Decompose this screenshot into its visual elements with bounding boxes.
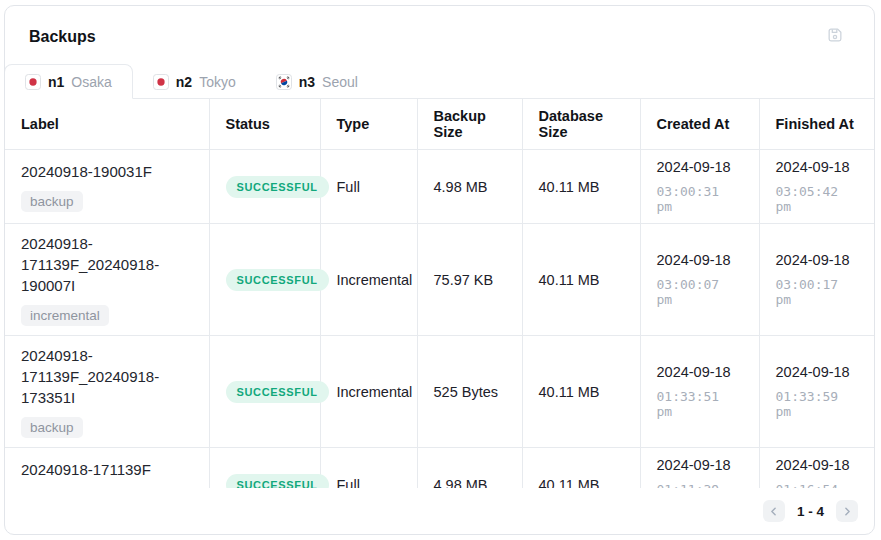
type-cell: Incremental — [320, 336, 417, 448]
label-cell: 20240918-171139F baseline — [5, 448, 209, 489]
south-korea-flag-icon — [276, 74, 292, 90]
status-cell: SUCCESSFUL — [209, 150, 320, 224]
table-row[interactable]: 20240918-171139F baseline SUCCESSFUL Ful… — [5, 448, 874, 489]
finished-date: 2024-09-18 — [776, 159, 859, 175]
database-size-cell: 40.11 MB — [522, 336, 640, 448]
tab-n1-osaka[interactable]: n1 Osaka — [4, 64, 133, 99]
backup-label: 20240918-190031F — [21, 161, 193, 182]
created-time: 03:00:31 pm — [657, 184, 743, 214]
backup-size-cell: 525 Bytes — [417, 336, 522, 448]
table-row[interactable]: 20240918-190031F backup SUCCESSFUL Full … — [5, 150, 874, 224]
status-badge: SUCCESSFUL — [226, 269, 329, 291]
status-cell: SUCCESSFUL — [209, 224, 320, 336]
created-at-cell: 2024-09-18 03:00:07 pm — [640, 224, 759, 336]
database-size-cell: 40.11 MB — [522, 448, 640, 489]
tab-city-label: Seoul — [322, 74, 358, 90]
type-cell: Full — [320, 150, 417, 224]
label-cell: 20240918-171139F_20240918-173351I backup — [5, 336, 209, 448]
backup-size-cell: 75.97 KB — [417, 224, 522, 336]
save-backup-icon[interactable] — [826, 26, 850, 48]
previous-page-button[interactable] — [763, 500, 785, 522]
created-time: 03:00:07 pm — [657, 277, 743, 307]
tab-city-label: Osaka — [71, 74, 111, 90]
status-cell: SUCCESSFUL — [209, 448, 320, 489]
tab-node-label: n1 — [48, 74, 64, 90]
tab-n3-seoul[interactable]: n3 Seoul — [256, 64, 378, 99]
tab-node-label: n2 — [176, 74, 192, 90]
created-date: 2024-09-18 — [657, 364, 743, 380]
backup-label: 20240918-171139F_20240918-173351I — [21, 345, 193, 408]
page-range-label: 1 - 4 — [797, 504, 824, 519]
finished-at-cell: 2024-09-18 03:05:42 pm — [759, 150, 874, 224]
label-cell: 20240918-190031F backup — [5, 150, 209, 224]
backup-label: 20240918-171139F_20240918-190007I — [21, 233, 193, 296]
backups-panel: Backups n1 Osaka n2 Tokyo — [4, 5, 875, 535]
japan-flag-icon — [25, 74, 41, 90]
chevron-right-icon — [841, 505, 854, 518]
label-cell: 20240918-171139F_20240918-190007I increm… — [5, 224, 209, 336]
tab-node-label: n3 — [299, 74, 315, 90]
backup-size-cell: 4.98 MB — [417, 150, 522, 224]
finished-date: 2024-09-18 — [776, 252, 859, 268]
table-header-row: Label Status Type Backup Size Database S… — [5, 99, 874, 150]
status-cell: SUCCESSFUL — [209, 336, 320, 448]
type-cell: Incremental — [320, 224, 417, 336]
backups-table: Label Status Type Backup Size Database S… — [5, 99, 874, 488]
status-badge: SUCCESSFUL — [226, 474, 329, 489]
backup-size-cell: 4.98 MB — [417, 448, 522, 489]
chevron-left-icon — [767, 505, 780, 518]
backup-tag-chip: backup — [21, 191, 83, 212]
type-cell: Full — [320, 448, 417, 489]
node-tabs: n1 Osaka n2 Tokyo — [5, 64, 874, 99]
finished-date: 2024-09-18 — [776, 364, 859, 380]
column-header-finished-at: Finished At — [759, 99, 874, 150]
created-date: 2024-09-18 — [657, 159, 743, 175]
database-size-cell: 40.11 MB — [522, 150, 640, 224]
next-page-button[interactable] — [836, 500, 858, 522]
panel-header: Backups — [5, 6, 874, 64]
finished-time: 01:33:59 pm — [776, 389, 859, 419]
created-at-cell: 2024-09-18 01:33:51 pm — [640, 336, 759, 448]
created-date: 2024-09-18 — [657, 457, 743, 473]
finished-at-cell: 2024-09-18 03:00:17 pm — [759, 224, 874, 336]
tab-city-label: Tokyo — [199, 74, 236, 90]
status-badge: SUCCESSFUL — [226, 381, 329, 403]
column-header-type: Type — [320, 99, 417, 150]
finished-at-cell: 2024-09-18 01:16:54 pm — [759, 448, 874, 489]
created-at-cell: 2024-09-18 03:00:31 pm — [640, 150, 759, 224]
column-header-database-size: Database Size — [522, 99, 640, 150]
backups-table-wrap: Label Status Type Backup Size Database S… — [5, 99, 874, 488]
created-at-cell: 2024-09-18 01:11:39 pm — [640, 448, 759, 489]
finished-at-cell: 2024-09-18 01:33:59 pm — [759, 336, 874, 448]
finished-date: 2024-09-18 — [776, 457, 859, 473]
table-row[interactable]: 20240918-171139F_20240918-173351I backup… — [5, 336, 874, 448]
backup-tag-chip: backup — [21, 417, 83, 438]
status-badge: SUCCESSFUL — [226, 176, 329, 198]
tab-n2-tokyo[interactable]: n2 Tokyo — [133, 64, 256, 99]
column-header-backup-size: Backup Size — [417, 99, 522, 150]
finished-time: 03:00:17 pm — [776, 277, 859, 307]
page-title: Backups — [29, 28, 96, 46]
column-header-status: Status — [209, 99, 320, 150]
column-header-label: Label — [5, 99, 209, 150]
japan-flag-icon — [153, 74, 169, 90]
column-header-created-at: Created At — [640, 99, 759, 150]
created-date: 2024-09-18 — [657, 252, 743, 268]
finished-time: 03:05:42 pm — [776, 184, 859, 214]
backup-label: 20240918-171139F — [21, 459, 193, 480]
backup-tag-chip: incremental — [21, 305, 109, 326]
pagination: 1 - 4 — [5, 488, 874, 534]
database-size-cell: 40.11 MB — [522, 224, 640, 336]
table-row[interactable]: 20240918-171139F_20240918-190007I increm… — [5, 224, 874, 336]
created-time: 01:33:51 pm — [657, 389, 743, 419]
